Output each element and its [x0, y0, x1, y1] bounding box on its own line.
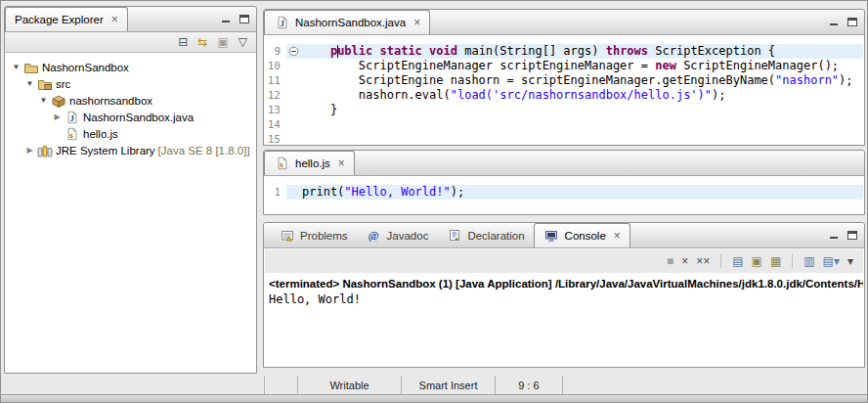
code-line-11[interactable]: 11 ScriptEngine nashorn = scriptEngineMa… — [265, 73, 863, 88]
status-cursor-position: 9 : 6 — [495, 376, 563, 394]
editor-controls — [828, 17, 857, 26]
collapse-arrow-icon[interactable] — [23, 75, 36, 92]
status-bar: Writable Smart Insert 9 : 6 — [1, 374, 867, 396]
status-insert-mode: Smart Insert — [401, 376, 495, 394]
status-cell-empty — [264, 376, 297, 394]
tab-problems[interactable]: Problems — [270, 223, 357, 247]
code-line-14[interactable]: 14 — [265, 117, 863, 132]
source-folder-icon — [36, 76, 53, 92]
eclipse-workbench: Package Explorer × ⊟⇆▣▽ NashornSandboxsr… — [0, 0, 868, 403]
expand-arrow-icon[interactable] — [51, 109, 64, 125]
tree-item-nashornsandbox[interactable]: NashornSandbox — [6, 59, 255, 75]
line-number: 14 — [265, 117, 286, 132]
package-explorer-tree[interactable]: NashornSandboxsrcnashornsandboxJNashornS… — [6, 54, 255, 372]
link-with-editor-icon[interactable]: ⇆ — [197, 36, 207, 48]
scroll-lock-icon[interactable]: ▣ — [752, 255, 762, 267]
code-text: ScriptEngine nashorn = scriptEngineManag… — [302, 73, 853, 88]
fold-margin — [286, 59, 302, 73]
tree-item-src[interactable]: src — [6, 75, 255, 92]
package-explorer-panel: Package Explorer × ⊟⇆▣▽ NashornSandboxsr… — [4, 6, 257, 374]
js-file-icon: s — [64, 126, 80, 142]
tree-item-label: NashornSandbox.java — [83, 112, 194, 123]
package-explorer-toolbar: ⊟⇆▣▽ — [5, 32, 256, 53]
open-console-icon[interactable]: ▤▾ — [823, 255, 840, 267]
maximize-icon[interactable] — [846, 230, 857, 240]
line-number: 13 — [265, 103, 286, 117]
collapse-arrow-icon[interactable] — [10, 59, 22, 75]
tab-label: NashornSandbox.java — [295, 17, 406, 28]
code-text: ScriptEngineManager scriptEngineManager … — [302, 59, 839, 73]
problems-icon — [279, 228, 295, 244]
expand-arrow-icon[interactable] — [23, 142, 36, 158]
tab-declaration[interactable]: Declaration — [437, 223, 533, 247]
toolbar-separator — [720, 254, 721, 268]
console-output-area[interactable]: <terminated> NashornSandbox (1) [Java Ap… — [265, 273, 863, 366]
tree-item-label: hello.js — [83, 128, 118, 140]
view-menu-icon[interactable]: ▽ — [239, 36, 247, 48]
console-tabbar: Problems@JavadocDeclarationConsole× — [264, 223, 864, 248]
tree-item-jre-system-library[interactable]: JRE System Library[Java SE 8 [1.8.0]] — [6, 142, 255, 158]
close-icon[interactable]: × — [614, 231, 621, 241]
line-number: 15 — [265, 132, 286, 144]
toolbar-separator — [792, 254, 793, 268]
tab-javadoc[interactable]: @Javadoc — [357, 223, 438, 247]
js-editor-tabbar: s hello.js × — [264, 151, 864, 176]
tree-item-suffix: [Java SE 8 [1.8.0]] — [158, 145, 250, 157]
tab-label: Declaration — [467, 230, 524, 242]
maximize-icon[interactable] — [846, 17, 857, 26]
fold-collapse-icon[interactable] — [286, 44, 302, 59]
console-controls — [828, 230, 857, 240]
text-cursor — [337, 45, 338, 58]
java-editor-tabbar: J NashornSandbox.java × — [264, 10, 864, 35]
code-line-12[interactable]: 12 nashorn.eval("load('src/nashornsandbo… — [265, 88, 863, 103]
clear-console-icon[interactable]: ▤ — [732, 255, 743, 267]
tab-package-explorer[interactable]: Package Explorer × — [5, 7, 128, 31]
collapse-all-icon[interactable]: ⊟ — [178, 36, 188, 48]
tree-item-label: JRE System Library — [56, 145, 155, 157]
tree-item-hello-js[interactable]: shello.js — [6, 125, 255, 142]
minimize-icon[interactable] — [220, 14, 231, 23]
close-icon[interactable]: × — [338, 158, 345, 168]
line-number: 12 — [265, 88, 286, 103]
console-process-header: <terminated> NashornSandbox (1) [Java Ap… — [265, 273, 863, 290]
svg-text:J: J — [69, 112, 74, 122]
minimize-icon[interactable] — [828, 17, 839, 26]
tab-nashornsandbox-java[interactable]: J NashornSandbox.java × — [264, 10, 430, 34]
javadoc-icon: @ — [366, 228, 382, 244]
focus-on-active-task-icon[interactable]: ▣ — [217, 36, 228, 48]
tab-label: Javadoc — [387, 230, 429, 242]
tab-hello-js[interactable]: s hello.js × — [264, 151, 355, 175]
svg-text:s: s — [280, 161, 283, 168]
line-number: 10 — [265, 59, 286, 73]
minimize-icon[interactable] — [828, 230, 839, 240]
svg-text:J: J — [280, 19, 284, 28]
declaration-icon — [446, 228, 462, 244]
js-editor[interactable]: 1print("Hello, World!"); — [265, 177, 863, 213]
terminate-icon[interactable]: ■ — [667, 255, 673, 267]
tree-item-label: src — [56, 78, 70, 90]
collapse-arrow-icon[interactable] — [37, 92, 50, 109]
fold-margin — [286, 73, 302, 88]
code-line-15[interactable]: 15 — [265, 132, 863, 144]
code-line-10[interactable]: 10 ScriptEngineManager scriptEngineManag… — [265, 59, 863, 73]
remove-all-launches-icon[interactable]: ×× — [696, 255, 710, 267]
close-icon[interactable]: × — [413, 18, 420, 27]
code-line-1[interactable]: 1print("Hello, World!"); — [265, 185, 863, 200]
js-file-icon: s — [274, 156, 290, 171]
code-text: } — [302, 103, 337, 117]
java-editor[interactable]: 9 public static void main(String[] args)… — [265, 36, 863, 144]
close-icon[interactable]: × — [111, 15, 118, 24]
pin-console-icon[interactable]: ▦ — [770, 255, 781, 267]
tree-item-nashornsandbox-java[interactable]: JNashornSandbox.java — [6, 109, 255, 125]
remove-launch-icon[interactable]: × — [681, 255, 688, 267]
console-view-menu-icon[interactable]: ▾ — [847, 255, 853, 267]
console-output-line: Hello, World! — [265, 290, 863, 306]
java-file-icon: J — [64, 110, 80, 125]
code-line-13[interactable]: 13 } — [265, 103, 863, 117]
code-text: public static void main(String[] args) t… — [302, 44, 775, 59]
maximize-icon[interactable] — [239, 14, 249, 23]
tree-item-nashornsandbox[interactable]: nashornsandbox — [6, 92, 255, 109]
code-line-9[interactable]: 9 public static void main(String[] args)… — [265, 44, 863, 59]
display-selected-console-icon[interactable]: ▥ — [803, 255, 814, 267]
tab-console[interactable]: Console× — [534, 223, 630, 247]
